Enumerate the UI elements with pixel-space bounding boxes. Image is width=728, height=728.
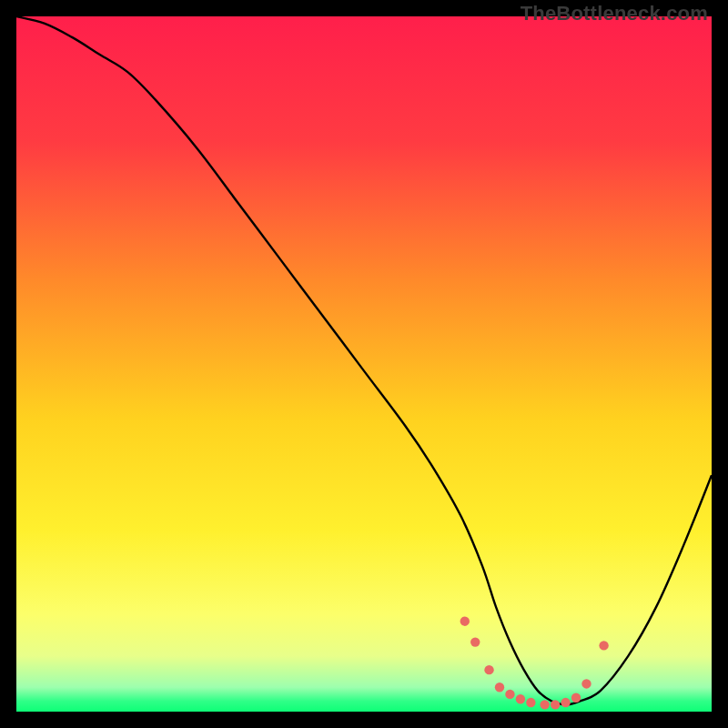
- valley-marker: [516, 694, 525, 703]
- valley-marker: [551, 700, 560, 709]
- valley-marker: [581, 679, 591, 688]
- valley-marker: [561, 698, 570, 707]
- valley-marker: [484, 665, 493, 674]
- chart-frame: [16, 16, 712, 712]
- bottleneck-chart: [16, 16, 712, 712]
- valley-marker: [571, 693, 581, 703]
- gradient-background: [16, 16, 712, 712]
- valley-marker: [495, 682, 504, 692]
- watermark-text: TheBottleneck.com: [521, 2, 708, 25]
- valley-marker: [599, 641, 608, 650]
- valley-marker: [540, 700, 549, 709]
- valley-marker: [505, 690, 514, 699]
- valley-marker: [470, 637, 480, 646]
- valley-marker: [460, 616, 470, 625]
- valley-marker: [526, 698, 535, 707]
